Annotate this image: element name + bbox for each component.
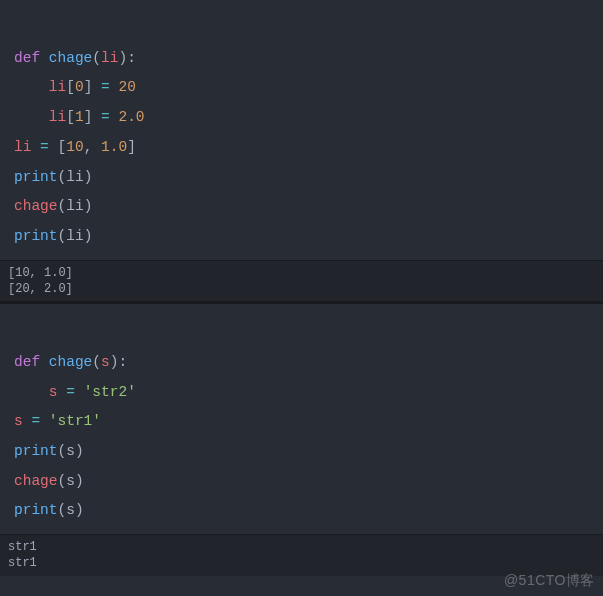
space	[31, 139, 40, 155]
paren-open: (	[58, 198, 67, 214]
output-block-2: str1 str1	[0, 534, 603, 575]
var: li	[49, 109, 66, 125]
bracket-close: ]	[127, 139, 136, 155]
string: 'str2'	[84, 384, 136, 400]
string: 'str1'	[49, 413, 101, 429]
space	[58, 384, 67, 400]
output-line: [20, 2.0]	[8, 282, 73, 296]
index: 0	[75, 79, 84, 95]
paren-open: (	[58, 502, 67, 518]
var: s	[49, 384, 58, 400]
space	[92, 79, 101, 95]
output-line: str1	[8, 556, 37, 570]
code-block-2: def chage(s): s = 'str2' s = 'str1' prin…	[0, 304, 603, 534]
var: s	[14, 413, 23, 429]
builtin-print: print	[14, 443, 58, 459]
space	[92, 139, 101, 155]
paren-open: (	[58, 473, 67, 489]
number: 20	[118, 79, 135, 95]
arg: s	[66, 502, 75, 518]
function-name: chage	[49, 50, 93, 66]
paren-close: )	[84, 228, 93, 244]
operator: =	[66, 384, 75, 400]
space	[49, 139, 58, 155]
arg: s	[66, 473, 75, 489]
code-block-1: def chage(li): li[0] = 20 li[1] = 2.0 li…	[0, 0, 603, 260]
indent	[14, 79, 49, 95]
index: 1	[75, 109, 84, 125]
space	[40, 413, 49, 429]
operator: =	[101, 79, 110, 95]
paren-close: )	[84, 169, 93, 185]
paren-open: (	[92, 354, 101, 370]
output-line: [10, 1.0]	[8, 266, 73, 280]
param: s	[101, 354, 110, 370]
param: li	[101, 50, 118, 66]
paren-close: )	[118, 50, 127, 66]
keyword-def: def	[14, 354, 40, 370]
operator: =	[40, 139, 49, 155]
paren-close: )	[84, 198, 93, 214]
colon: :	[118, 354, 127, 370]
number: 2.0	[118, 109, 144, 125]
function-name: chage	[49, 354, 93, 370]
indent	[14, 109, 49, 125]
var: li	[14, 139, 31, 155]
arg: li	[66, 169, 83, 185]
number: 10	[66, 139, 83, 155]
number: 1.0	[101, 139, 127, 155]
paren-close: )	[75, 502, 84, 518]
builtin-print: print	[14, 169, 58, 185]
arg: s	[66, 443, 75, 459]
space	[75, 384, 84, 400]
arg: li	[66, 228, 83, 244]
output-block-1: [10, 1.0] [20, 2.0]	[0, 260, 603, 301]
var: li	[49, 79, 66, 95]
arg: li	[66, 198, 83, 214]
watermark-text: @51CTO博客	[504, 572, 595, 590]
bracket-open: [	[66, 79, 75, 95]
keyword-def: def	[14, 50, 40, 66]
paren-open: (	[58, 443, 67, 459]
output-line: str1	[8, 540, 37, 554]
paren-open: (	[58, 228, 67, 244]
bracket-open: [	[66, 109, 75, 125]
builtin-print: print	[14, 502, 58, 518]
operator: =	[31, 413, 40, 429]
paren-open: (	[92, 50, 101, 66]
space	[92, 109, 101, 125]
bracket-open: [	[58, 139, 67, 155]
colon: :	[127, 50, 136, 66]
operator: =	[101, 109, 110, 125]
call-chage: chage	[14, 473, 58, 489]
indent	[14, 384, 49, 400]
paren-close: )	[75, 473, 84, 489]
paren-close: )	[75, 443, 84, 459]
call-chage: chage	[14, 198, 58, 214]
builtin-print: print	[14, 228, 58, 244]
paren-open: (	[58, 169, 67, 185]
